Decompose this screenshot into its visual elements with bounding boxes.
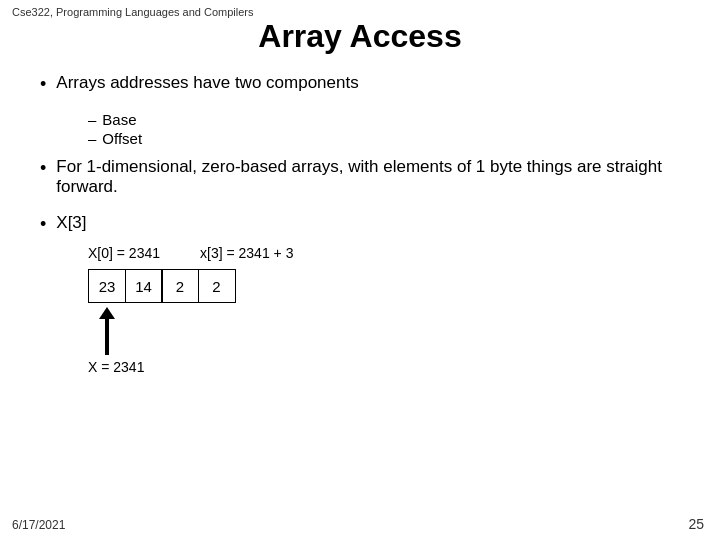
sub-item-offset: – Offset — [88, 130, 680, 147]
bullet-item-3: • X[3] — [40, 213, 680, 235]
bullet-text-3: X[3] — [56, 213, 86, 233]
array-labels: X[0] = 2341 x[3] = 2341 + 3 — [88, 245, 680, 261]
dash-2: – — [88, 130, 96, 147]
arrow-head — [99, 307, 115, 319]
array-cell-2: 2 — [161, 269, 199, 303]
page-number: 25 — [688, 516, 704, 532]
sub-items-1: – Base – Offset — [88, 111, 680, 147]
bullet-item-2: • For 1-dimensional, zero-based arrays, … — [40, 157, 680, 197]
sub-item-base: – Base — [88, 111, 680, 128]
bullet-text-2: For 1-dimensional, zero-based arrays, wi… — [56, 157, 680, 197]
bullet-text-1: Arrays addresses have two components — [56, 73, 358, 93]
arrow-container — [88, 307, 126, 355]
sub-item-offset-label: Offset — [102, 130, 142, 147]
page-title: Array Access — [0, 18, 720, 55]
bullet-dot-1: • — [40, 74, 46, 95]
array-cells: 23 14 2 2 — [88, 269, 680, 303]
dash-1: – — [88, 111, 96, 128]
course-label: Cse322, Programming Languages and Compil… — [12, 6, 254, 18]
array-cell-3: 2 — [198, 269, 236, 303]
arrow-shaft — [105, 319, 109, 355]
array-label-right: x[3] = 2341 + 3 — [200, 245, 293, 261]
array-demo: X[0] = 2341 x[3] = 2341 + 3 23 14 2 2 X … — [88, 245, 680, 375]
x-label: X = 2341 — [88, 359, 680, 375]
array-label-left: X[0] = 2341 — [88, 245, 160, 261]
array-cell-0: 23 — [88, 269, 126, 303]
sub-item-base-label: Base — [102, 111, 136, 128]
bullet-dot-2: • — [40, 158, 46, 179]
content-area: • Arrays addresses have two components –… — [0, 73, 720, 375]
arrow-area — [88, 307, 680, 355]
bullet-dot-3: • — [40, 214, 46, 235]
footer-date: 6/17/2021 — [12, 518, 65, 532]
array-cell-1: 14 — [125, 269, 163, 303]
bullet-item-1: • Arrays addresses have two components — [40, 73, 680, 95]
